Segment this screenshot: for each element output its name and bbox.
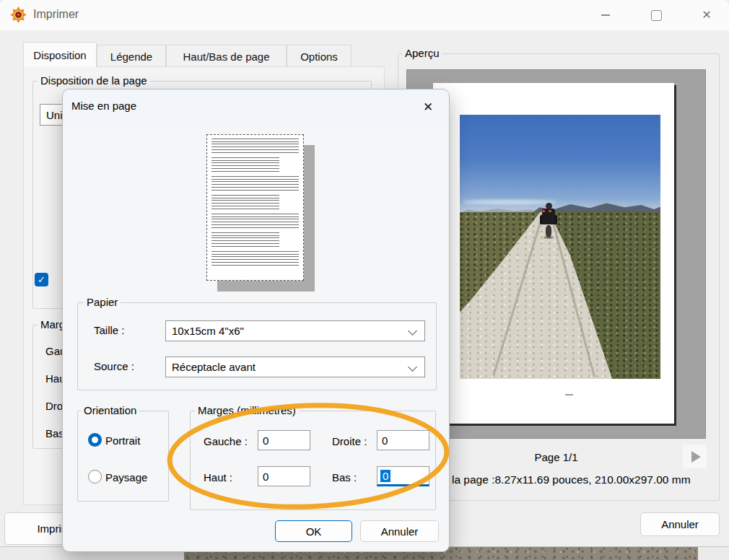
selected-text: 0 [380,470,390,482]
thumbnail-text-block [211,139,299,154]
chevron-down-icon [408,362,417,372]
button-label: Annuler [661,518,699,530]
cancel-button[interactable]: Annuler [360,520,439,542]
next-page-button[interactable] [683,445,707,468]
maximize-button[interactable] [639,0,673,30]
group-label: Papier [84,296,121,308]
tab-label: Disposition [33,49,86,61]
dropdown-value: Réceptacle avant [172,361,256,373]
window-title: Imprimer [33,8,79,21]
bas-label: Bas [45,427,64,439]
chevron-down-icon [408,326,417,336]
thumbnail-text-block [211,176,299,192]
margin-right-input[interactable] [377,430,429,450]
page-size-text: la page :8.27x11.69 pouces, 210.00x297.0… [452,473,691,486]
motorcycle-wheel [546,225,551,237]
page-setup-dialog: Mise en page ✕ Papier Taille : 10x15cm 4… [62,89,450,552]
xnview-app-icon [9,6,27,24]
group-papier: Papier Taille : 10x15cm 4"x6" Source : R… [77,302,437,390]
preview-photo [460,115,660,379]
button-label: OK [306,525,322,538]
photo-sky [460,115,660,212]
margin-left-input[interactable] [258,430,310,450]
minimize-button[interactable] [589,0,622,30]
radio-portrait[interactable] [88,433,102,447]
tab-label: Légende [110,51,152,63]
thumbnail-text-block [211,251,299,267]
source-label: Source : [94,360,134,372]
motorcyclist-helmet [546,203,552,209]
radio-paysage[interactable] [88,470,102,484]
dropdown-value: 10x15cm 4"x6" [172,325,244,337]
dialog-close-button[interactable]: ✕ [416,96,440,118]
taille-label: Taille : [94,324,125,336]
close-icon: ✕ [702,9,711,21]
photo-clouds [463,200,556,204]
group-label: Disposition de la page [38,74,150,87]
group-label: Marges (millimètres) [195,404,299,416]
button-label: Annuler [381,525,419,538]
margin-top-input[interactable] [258,466,310,486]
group-label: Orientation [81,404,139,416]
portrait-label: Portrait [105,434,140,447]
bas-label: Bas : [332,471,357,484]
photo-road [460,212,660,379]
group-orientation: Orientation Portrait Paysage [77,411,169,502]
page-preview-thumbnail [206,134,304,281]
droite-label: Droite : [332,435,367,447]
tab-label: Options [300,51,338,63]
group-marges: Marges (millimètres) Gauche : Droite : H… [190,411,436,510]
titlebar: Imprimer ✕ [0,0,729,30]
next-page-icon [691,451,701,463]
ok-button[interactable]: OK [275,520,352,542]
thumbnail-text-block [211,214,299,229]
motorcycle-taillight [542,210,545,212]
tab-options[interactable]: Options [287,45,352,67]
thumbnail-text-block [211,195,279,211]
thumbnail-text-block [211,232,279,248]
dialog-titlebar: Mise en page ✕ [63,89,449,124]
close-button[interactable]: ✕ [690,0,723,30]
motorcycle-taillight [549,210,551,212]
thumbnail-text-block [211,157,279,173]
gauche-label: Gauche : [204,435,248,447]
group-label: Aperçu [402,47,442,59]
tab-haut-bas-de-page[interactable]: Haut/Bas de page [166,45,287,67]
margin-bottom-input[interactable]: 0 [377,466,429,486]
maximize-icon [651,10,662,21]
paper-source-dropdown[interactable]: Réceptacle avant [165,356,425,377]
paysage-label: Paysage [105,471,147,484]
tab-disposition[interactable]: Disposition [23,42,97,67]
screen: Imprimer ✕ Disposition Légende Haut/Bas … [0,0,729,560]
page-caption-dash [565,394,573,395]
haut-label: Haut : [204,471,232,484]
dialog-title: Mise en page [71,100,136,112]
page-indicator: Page 1/1 [406,451,706,463]
tab-legende[interactable]: Légende [97,45,166,67]
layout-checkbox[interactable]: ✓ [35,273,48,286]
dropdown-value: Uni [46,109,63,121]
close-icon: ✕ [423,100,433,115]
tab-label: Haut/Bas de page [183,51,269,63]
cancel-print-button[interactable]: Annuler [640,512,720,536]
minimize-icon [601,14,610,16]
paper-size-dropdown[interactable]: 10x15cm 4"x6" [165,320,425,341]
